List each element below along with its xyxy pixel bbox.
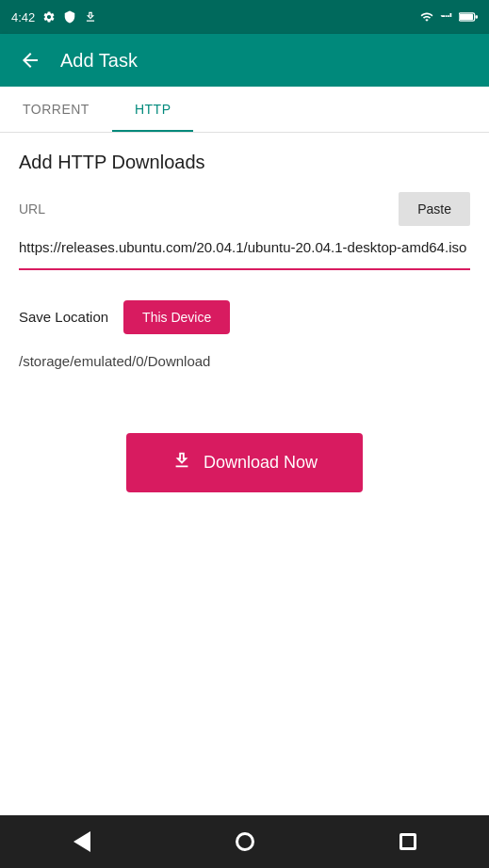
battery-icon bbox=[459, 11, 478, 23]
this-device-button[interactable]: This Device bbox=[123, 300, 230, 334]
bottom-nav bbox=[0, 815, 489, 868]
nav-back-button[interactable] bbox=[59, 819, 105, 864]
shield-icon bbox=[63, 10, 76, 24]
app-bar: Add Task bbox=[0, 34, 489, 87]
save-location-row: Save Location This Device bbox=[19, 300, 470, 334]
app-bar-title: Add Task bbox=[60, 50, 138, 72]
signal-icon bbox=[440, 10, 453, 24]
status-bar-right bbox=[419, 10, 478, 24]
status-time: 4:42 bbox=[11, 10, 35, 24]
url-label: URL bbox=[19, 201, 399, 217]
status-bar-left: 4:42 bbox=[11, 10, 97, 24]
wifi-icon bbox=[419, 10, 434, 24]
tab-torrent[interactable]: TORRENT bbox=[0, 87, 112, 132]
download-btn-container: Download Now bbox=[19, 433, 470, 492]
status-bar: 4:42 bbox=[0, 0, 489, 34]
back-button[interactable] bbox=[15, 45, 45, 75]
section-title: Add HTTP Downloads bbox=[19, 152, 470, 173]
url-underline bbox=[19, 268, 470, 270]
recent-square-icon bbox=[399, 833, 416, 850]
main-content: TORRENT HTTP Add HTTP Downloads URL Past… bbox=[0, 87, 489, 815]
svg-rect-1 bbox=[460, 14, 473, 21]
gear-icon bbox=[42, 10, 56, 24]
form-area: Add HTTP Downloads URL Paste https://rel… bbox=[0, 133, 489, 815]
download-indicator-icon bbox=[84, 10, 97, 24]
nav-recent-button[interactable] bbox=[385, 819, 431, 864]
home-circle-icon bbox=[236, 832, 254, 851]
tab-http[interactable]: HTTP bbox=[112, 87, 194, 132]
url-input[interactable]: https://releases.ubuntu.com/20.04.1/ubun… bbox=[19, 233, 470, 266]
back-triangle-icon bbox=[73, 831, 90, 852]
svg-rect-2 bbox=[476, 15, 479, 18]
save-path: /storage/emulated/0/Download bbox=[19, 346, 470, 377]
download-now-label: Download Now bbox=[204, 453, 318, 473]
url-row: URL Paste bbox=[19, 192, 470, 226]
save-location-label: Save Location bbox=[19, 309, 108, 325]
download-now-button[interactable]: Download Now bbox=[126, 433, 363, 492]
tabs-container: TORRENT HTTP bbox=[0, 87, 489, 133]
nav-home-button[interactable] bbox=[222, 819, 268, 864]
download-arrow-icon bbox=[171, 450, 192, 475]
url-input-container: https://releases.ubuntu.com/20.04.1/ubun… bbox=[19, 233, 470, 270]
paste-button[interactable]: Paste bbox=[399, 192, 470, 226]
